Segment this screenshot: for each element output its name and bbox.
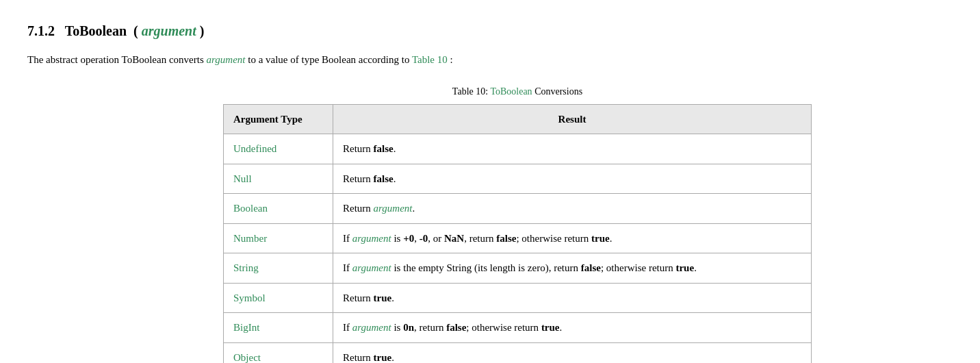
cell-result: If argument is +0, -0, or NaN, return fa… <box>333 223 812 253</box>
cell-type: String <box>224 253 333 284</box>
cell-type: Undefined <box>224 134 333 164</box>
intro-table-link[interactable]: Table 10 <box>412 54 448 65</box>
intro-suffix: : <box>450 54 452 65</box>
table-row: StringIf argument is the empty String (i… <box>224 253 812 284</box>
cell-result: Return true. <box>333 283 812 313</box>
section-heading: 7.1.2 ToBoolean ( argument ) <box>27 21 953 41</box>
intro-argument-link[interactable]: argument <box>207 54 246 65</box>
col-header-type: Argument Type <box>224 104 333 134</box>
conversions-table: Argument Type Result UndefinedReturn fal… <box>223 104 812 364</box>
table-row: BooleanReturn argument. <box>224 194 812 224</box>
cell-result: Return argument. <box>333 194 812 224</box>
cell-type: BigInt <box>224 313 333 343</box>
section-number: 7.1.2 <box>27 23 55 38</box>
table-container: Table 10: ToBoolean Conversions Argument… <box>82 84 953 364</box>
intro-paragraph: The abstract operation ToBoolean convert… <box>27 52 953 68</box>
section-title: ToBoolean <box>65 23 127 38</box>
table-row: SymbolReturn true. <box>224 283 812 313</box>
caption-suffix: Conversions <box>532 86 583 97</box>
table-row: ObjectReturn true. <box>224 342 812 363</box>
heading-argument: argument <box>142 23 196 38</box>
table-row: NullReturn false. <box>224 164 812 194</box>
table-row: BigIntIf argument is 0n, return false; o… <box>224 313 812 343</box>
cell-type: Object <box>224 342 333 363</box>
cell-type: Symbol <box>224 283 333 313</box>
cell-type: Number <box>224 223 333 253</box>
cell-type: Boolean <box>224 194 333 224</box>
caption-prefix: Table 10: <box>452 86 491 97</box>
caption-link: ToBoolean <box>490 86 532 97</box>
cell-result: Return true. <box>333 342 812 363</box>
intro-middle: to a value of type Boolean according to <box>248 54 412 65</box>
table-caption: Table 10: ToBoolean Conversions <box>452 84 582 99</box>
cell-result: Return false. <box>333 164 812 194</box>
cell-result: If argument is the empty String (its len… <box>333 253 812 284</box>
table-row: UndefinedReturn false. <box>224 134 812 164</box>
col-header-result: Result <box>333 104 812 134</box>
intro-prefix: The abstract operation ToBoolean convert… <box>27 54 207 65</box>
cell-type: Null <box>224 164 333 194</box>
table-row: NumberIf argument is +0, -0, or NaN, ret… <box>224 223 812 253</box>
table-header-row: Argument Type Result <box>224 104 812 134</box>
cell-result: If argument is 0n, return false; otherwi… <box>333 313 812 343</box>
cell-result: Return false. <box>333 134 812 164</box>
